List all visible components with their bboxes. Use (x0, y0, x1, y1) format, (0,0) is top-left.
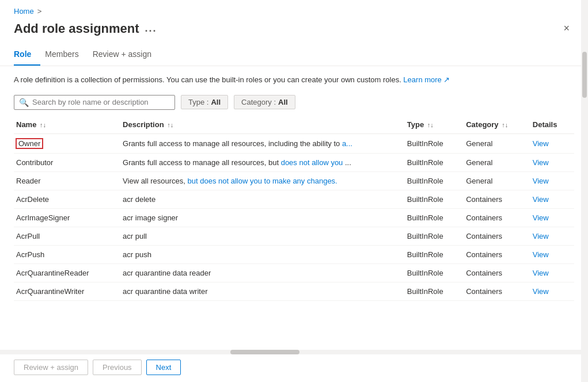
table-row[interactable]: AcrDeleteacr deleteBuiltInRoleContainers… (14, 190, 574, 208)
table-row[interactable]: AcrPushacr pushBuiltInRoleContainersView (14, 245, 574, 263)
role-description: Grants full access to manage all resourc… (120, 133, 405, 153)
role-name: AcrDelete (14, 190, 120, 208)
role-type: BuiltInRole (405, 245, 464, 263)
panel-title: Add role assignment ... (14, 21, 157, 36)
roles-table: Name ↑↓ Description ↑↓ Type ↑↓ Category … (14, 116, 574, 301)
more-options-icon[interactable]: ... (145, 22, 157, 35)
desc-link[interactable]: does not allow you (281, 158, 343, 167)
col-type[interactable]: Type ↑↓ (405, 116, 464, 134)
role-category: Containers (464, 208, 530, 227)
role-description: acr quarantine data writer (120, 282, 405, 300)
role-name: AcrQuarantineReader (14, 263, 120, 282)
table-row[interactable]: OwnerGrants full access to manage all re… (14, 133, 574, 153)
desc-link[interactable]: but does not allow you to make any chang… (188, 177, 337, 185)
role-view-link[interactable]: View (533, 213, 549, 222)
footer: Review + assign Previous Next (0, 352, 588, 382)
horizontal-scrollbar[interactable] (0, 350, 581, 354)
role-view-link[interactable]: View (533, 250, 549, 259)
role-view-link[interactable]: View (533, 269, 549, 277)
role-type: BuiltInRole (405, 263, 464, 282)
table-row[interactable]: ContributorGrants full access to manage … (14, 153, 574, 171)
table-header-row: Name ↑↓ Description ↑↓ Type ↑↓ Category … (14, 116, 574, 134)
roles-table-container: Name ↑↓ Description ↑↓ Type ↑↓ Category … (0, 116, 588, 353)
col-name[interactable]: Name ↑↓ (14, 116, 120, 134)
close-button[interactable]: × (559, 20, 574, 37)
tab-review-assign[interactable]: Review + assign (93, 45, 161, 66)
role-category: Containers (464, 227, 530, 245)
role-description: Grants full access to manage all resourc… (120, 153, 405, 171)
category-filter-pill[interactable]: Category : All (234, 95, 295, 109)
role-category: Containers (464, 190, 530, 208)
role-description: acr image signer (120, 208, 405, 227)
role-type: BuiltInRole (405, 153, 464, 171)
breadcrumb: Home > (0, 0, 588, 18)
role-view-link[interactable]: View (533, 139, 549, 148)
desc-link[interactable]: a... (342, 139, 352, 148)
search-input[interactable] (32, 98, 170, 106)
category-filter-value: All (278, 98, 288, 106)
next-button[interactable]: Next (146, 360, 181, 375)
table-row[interactable]: AcrImageSigneracr image signerBuiltInRol… (14, 208, 574, 227)
home-link[interactable]: Home (14, 7, 34, 16)
col-details: Details (530, 116, 574, 134)
tab-members[interactable]: Members (45, 45, 88, 66)
role-type: BuiltInRole (405, 171, 464, 190)
category-filter-label: Category : (241, 98, 276, 106)
role-view-link[interactable]: View (533, 232, 549, 240)
horizontal-scrollbar-thumb (230, 350, 299, 354)
role-name: AcrPull (14, 227, 120, 245)
breadcrumb-separator: > (37, 7, 42, 16)
role-view-link[interactable]: View (533, 287, 549, 296)
table-row[interactable]: AcrPullacr pullBuiltInRoleContainersView (14, 227, 574, 245)
add-role-assignment-panel: Home > Add role assignment ... × Role Me… (0, 0, 588, 382)
role-description: acr quarantine data reader (120, 263, 405, 282)
role-category: General (464, 133, 530, 153)
role-view-link[interactable]: View (533, 158, 549, 167)
type-filter-pill[interactable]: Type : All (181, 95, 228, 109)
role-name: AcrImageSigner (14, 208, 120, 227)
role-description: acr delete (120, 190, 405, 208)
type-filter-value: All (211, 98, 221, 106)
table-row[interactable]: AcrQuarantineWriteracr quarantine data w… (14, 282, 574, 300)
type-filter-label: Type : (188, 98, 208, 106)
table-row[interactable]: AcrQuarantineReaderacr quarantine data r… (14, 263, 574, 282)
role-type: BuiltInRole (405, 282, 464, 300)
tab-bar: Role Members Review + assign (0, 37, 588, 66)
role-description: View all resources, but does not allow y… (120, 171, 405, 190)
search-icon: 🔍 (19, 98, 29, 107)
role-name: Reader (14, 171, 120, 190)
role-category: Containers (464, 245, 530, 263)
role-category: Containers (464, 263, 530, 282)
tab-role[interactable]: Role (14, 45, 40, 66)
vertical-scrollbar[interactable] (581, 0, 588, 382)
panel-title-text: Add role assignment (14, 21, 139, 36)
role-type: BuiltInRole (405, 133, 464, 153)
role-type: BuiltInRole (405, 190, 464, 208)
col-description[interactable]: Description ↑↓ (120, 116, 405, 134)
scrollbar-thumb (582, 52, 587, 98)
role-view-link[interactable]: View (533, 177, 549, 185)
role-category: General (464, 171, 530, 190)
description-text: A role definition is a collection of per… (0, 66, 588, 91)
role-name: Contributor (14, 153, 120, 171)
role-view-link[interactable]: View (533, 195, 549, 204)
role-name: AcrPush (14, 245, 120, 263)
role-name: AcrQuarantineWriter (14, 282, 120, 300)
review-assign-button[interactable]: Review + assign (14, 360, 88, 375)
role-name-selected: Owner (16, 139, 43, 148)
filters-bar: 🔍 Type : All Category : All (0, 91, 588, 116)
previous-button[interactable]: Previous (93, 360, 142, 375)
role-description: acr push (120, 245, 405, 263)
col-category[interactable]: Category ↑↓ (464, 116, 530, 134)
table-row[interactable]: ReaderView all resources, but does not a… (14, 171, 574, 190)
learn-more-link[interactable]: Learn more ↗ (403, 75, 450, 84)
search-box: 🔍 (14, 95, 175, 110)
panel-header: Add role assignment ... × (0, 18, 588, 37)
role-category: General (464, 153, 530, 171)
role-category: Containers (464, 282, 530, 300)
role-description: acr pull (120, 227, 405, 245)
role-type: BuiltInRole (405, 227, 464, 245)
role-type: BuiltInRole (405, 208, 464, 227)
